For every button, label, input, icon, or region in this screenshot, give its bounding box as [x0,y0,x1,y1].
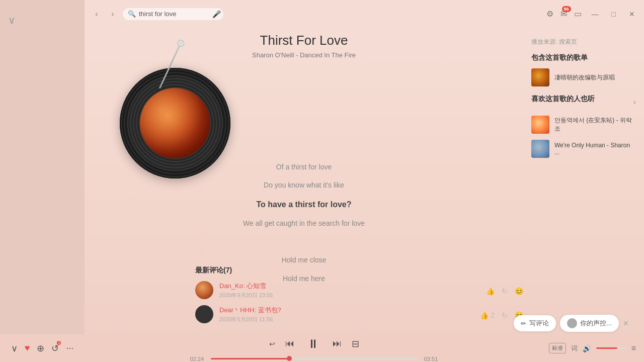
volume-fill [596,347,617,349]
progress-thumb [287,356,292,361]
song-subtitle: Sharon O'Neill - Danced In The Fire [252,51,356,59]
comments-section: 最新评论(7) Dan_Ko: 心知雪 2020年9月20日 23:55 👍 ↻… [195,261,523,334]
volume-bar[interactable] [596,347,626,349]
comment-body: Dan_Ko: 心知雪 2020年9月20日 23:55 [219,281,480,299]
share-button[interactable]: ↻ [502,287,508,295]
lyric-line-5 [243,236,365,247]
voice-label: 你的声控... [580,319,612,328]
playlist-item[interactable]: 凄晴朝的改编歌与原唱 [531,68,636,86]
song-title: Thirst For Love [260,33,348,48]
playlist-thumb [531,68,549,86]
comment-item: Dear丶HHH: 蓝书包? 2020年5月20日 11:56 👍 2 ↻ 😊 [195,305,523,323]
sidebar: ∨ [0,0,85,362]
voice-button[interactable]: 你的声控... [560,315,619,332]
related-info: 안동역에서 (在安东站) - 위락조 [554,116,636,133]
share-button[interactable]: ↻ [502,311,508,319]
progress-row: 02:24 03:51 [188,356,440,362]
like-button[interactable]: 👍 [486,287,495,295]
related-item[interactable]: 안동역에서 (在安东站) - 위락조 [531,116,636,134]
vinyl-disc [120,68,230,178]
write-icon: ✏ [521,320,526,327]
comment-user: Dan_Ko: 心知雪 [219,282,266,290]
write-label: 写评论 [529,319,549,328]
next-button[interactable]: ⏭ [333,338,342,349]
vinyl-container [110,43,240,194]
main-content: Thirst For Love Sharon O'Neill - Danced … [85,28,644,334]
maximize-button[interactable]: □ [609,9,619,19]
center-content: Thirst For Love Sharon O'Neill - Danced … [85,28,523,334]
monitor-button[interactable]: ▭ [574,9,582,19]
mail-badge: 96 [562,6,571,12]
related-info: We're Only Human - Sharon ... [554,142,636,156]
related-section-header: 喜欢这首歌的人也听 › [531,95,636,110]
comment-actions: 👍 ↻ 😊 [486,283,523,299]
album-art [140,88,210,158]
playlist-button[interactable]: ≡ [631,344,636,353]
close-voice-button[interactable]: ✕ [623,319,629,327]
write-comment-button[interactable]: ✏ 写评论 [514,315,556,331]
more-button[interactable]: › [633,98,636,107]
playlist-section-title: 包含这首歌的歌单 [531,53,636,62]
bottom-left-controls: ∨ ♥ ⊕ ↺ 1 ··· [0,343,85,354]
mail-button[interactable]: ✉ 96 [560,9,567,19]
repeat-button[interactable]: ↺ 1 [51,343,59,354]
avatar [195,305,213,323]
progress-bar[interactable] [211,358,417,359]
queue-button[interactable]: ⊟ [352,338,359,349]
forward-button[interactable]: › [107,8,119,20]
progress-fill [211,358,289,359]
volume-icon: 🔊 [583,344,591,352]
heart-button[interactable]: ♥ [25,343,30,353]
comment-body: Dear丶HHH: 蓝书包? 2020年5月20日 11:56 [219,305,474,323]
like-button[interactable]: 👍 2 [480,311,495,319]
comment-date: 2020年9月20日 23:55 [219,292,480,299]
collapse-button[interactable]: ∨ [11,343,18,354]
add-to-playlist-button[interactable]: ⊕ [37,343,44,354]
bottom-bar: ∨ ♥ ⊕ ↺ 1 ··· ↩ ⏮ ⏸ ⏭ ⊟ 02:24 03:51 标准 词… [0,334,644,362]
right-panel: 播放来源: 搜索页 包含这首歌的歌单 凄晴朝的改编歌与原唱 喜欢这首歌的人也听 … [523,28,644,334]
current-time: 02:24 [188,356,206,362]
settings-button[interactable]: ⚙ [546,9,553,19]
titlebar-actions: ⚙ ✉ 96 ▭ — □ ✕ [546,9,638,19]
lyric-line-2: Do you know what it's like [243,179,365,191]
bottom-center-controls: ↩ ⏮ ⏸ ⏭ ⊟ 02:24 03:51 [85,335,543,362]
bottom-right-controls: 标准 词 🔊 ≡ [543,343,644,353]
mic-icon[interactable]: 🎤 [212,10,221,18]
close-button[interactable]: ✕ [626,9,638,19]
lyric-line-4: We all get caught in the search for love [243,218,365,229]
vinyl-center [127,75,223,171]
pause-button[interactable]: ⏸ [304,335,323,353]
minimize-button[interactable]: — [589,9,602,19]
related-item[interactable]: We're Only Human - Sharon ... [531,140,636,158]
playlist-name: 凄晴朝的改编歌与原唱 [554,73,615,82]
back-button[interactable]: ‹ [91,8,103,20]
titlebar: ‹ › 🔍 🎤 ⚙ ✉ 96 ▭ — □ ✕ [85,0,644,28]
search-bar: 🔍 🎤 [123,8,223,20]
comment-item: Dan_Ko: 心知雪 2020年9月20日 23:55 👍 ↻ 😊 [195,281,523,299]
related-section-title: 喜欢这首歌的人也听 [531,95,595,104]
source-label: 播放来源: 搜索页 [531,38,636,46]
avatar [195,281,213,299]
prev-button[interactable]: ⏮ [285,338,294,349]
related-thumb [531,140,549,158]
comment-user: Dear丶HHH: 蓝书包? [219,306,281,314]
more-options-button[interactable]: ··· [66,343,73,353]
related-thumb [531,116,549,134]
lyric-line-3: To have a thirst for love? [243,198,365,211]
comment-bar: ✏ 写评论 你的声控... ✕ [514,315,629,332]
comment-date: 2020年5月20日 11:56 [219,316,474,323]
search-icon: 🔍 [128,10,136,18]
voice-avatar [567,318,577,328]
transport-controls: ↩ ⏮ ⏸ ⏭ ⊟ [269,335,359,353]
emoji-button[interactable]: 😊 [515,287,523,295]
quality-button[interactable]: 标准 [549,343,566,353]
search-input[interactable] [139,10,209,18]
album-art-overlay [140,88,210,158]
lyric-line-1: Of a thirst for love [243,161,365,172]
lyrics-toggle-button[interactable]: 词 [571,344,578,353]
total-time: 03:51 [422,356,440,362]
loop-button[interactable]: ↩ [269,340,275,348]
comments-title: 最新评论(7) [195,266,523,275]
sidebar-chevron[interactable]: ∨ [8,14,16,26]
